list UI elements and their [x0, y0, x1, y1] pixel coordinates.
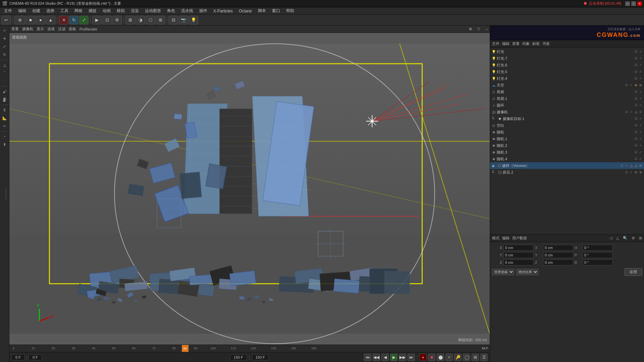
attr-icon-3[interactable]: 🔍: [623, 236, 628, 240]
light-button[interactable]: 💡: [189, 16, 198, 24]
play-forward-button[interactable]: ▶▶: [399, 354, 406, 361]
timeline-settings-button[interactable]: ☰: [480, 354, 488, 361]
render-button[interactable]: ▶: [92, 16, 102, 24]
key-add-button[interactable]: +: [445, 354, 453, 361]
obj-tb-edit[interactable]: 编辑: [502, 41, 509, 46]
minimize-button[interactable]: —: [625, 1, 630, 6]
h-field[interactable]: [583, 245, 613, 251]
scale-dropdown[interactable]: 绝对比率 相对比率: [516, 269, 538, 275]
menu-item-create[interactable]: 创建: [30, 7, 43, 14]
obj-tb-view[interactable]: 查看: [512, 41, 520, 46]
world-dropdown[interactable]: 世界坐标 对象坐标: [492, 269, 514, 275]
auto-key-button[interactable]: ⬤: [437, 354, 444, 361]
menu-item-render[interactable]: 渲染: [128, 7, 142, 14]
obj-row-camera-target[interactable]: └ ✚ 摄像机目标.1 ☑ ✓: [490, 115, 644, 122]
menu-item-edit[interactable]: 编辑: [15, 7, 29, 14]
record-button[interactable]: ●: [419, 354, 427, 361]
obj-row-random4[interactable]: ≋ 随机.4 ☑ ✓: [490, 156, 644, 162]
menu-item-plugins[interactable]: 插件: [197, 7, 210, 14]
apply-button[interactable]: 应用: [625, 268, 642, 276]
menu-item-character[interactable]: 角色: [164, 7, 178, 14]
close-button[interactable]: ✕: [637, 1, 642, 6]
obj-row-light7[interactable]: 💡 灯光.7 ☑ ✓: [490, 55, 644, 62]
obj-row-random3[interactable]: ≋ 随机.3 ☑ ✓: [490, 149, 644, 156]
obj-row-random1[interactable]: ≋ 随机.1 ☑ ✓: [490, 135, 644, 142]
key-sel-button[interactable]: ◯: [463, 354, 470, 361]
rotate-button[interactable]: ↻: [69, 16, 78, 24]
edge-tool[interactable]: ⌒: [1, 69, 8, 77]
obj-row-null[interactable]: ◇ 空白 ☑ ✓: [490, 122, 644, 129]
obj-tb-file[interactable]: 文件: [492, 41, 499, 46]
layout-button[interactable]: ⊟: [169, 16, 178, 24]
go-start-button[interactable]: ⏮: [364, 354, 371, 361]
render-region-button[interactable]: ⊡: [102, 16, 112, 24]
play-button[interactable]: ▶: [390, 354, 397, 361]
menu-item-help[interactable]: 帮助: [283, 7, 297, 14]
menu-item-animate[interactable]: 动画: [100, 7, 113, 14]
y-pos-field[interactable]: [503, 252, 534, 258]
wireframe-button[interactable]: ⬡: [146, 16, 155, 24]
go-end-button[interactable]: ⏭: [408, 354, 415, 361]
obj-row-camera[interactable]: 🎥 摄像机 ☑ ✓ △ ⊙: [490, 109, 644, 115]
prev-frame-button[interactable]: ◀◀: [373, 354, 380, 361]
attr-tb-userdata[interactable]: 用户数据: [512, 236, 527, 241]
obj-tb-object[interactable]: 对象: [522, 41, 530, 46]
start-frame-field[interactable]: [11, 354, 25, 360]
new-object-button[interactable]: ⊕: [14, 16, 25, 24]
menu-item-octane[interactable]: Octane: [236, 8, 255, 14]
obj-row-extrude[interactable]: └ ⬛ 挤压.2 ☑ ✓ ⊞ ⊕: [490, 169, 644, 176]
vp-display[interactable]: 显示: [37, 26, 44, 32]
attr-icon-2[interactable]: △: [616, 236, 619, 240]
paint-tool[interactable]: 🖌: [1, 88, 8, 95]
sphere-button[interactable]: ●: [36, 16, 45, 24]
obj-row-random2[interactable]: ≋ 随机.2 ☑ ✓: [490, 142, 644, 149]
end-frame-field[interactable]: [230, 354, 247, 360]
attr-icon-1[interactable]: ◁: [609, 236, 612, 240]
menu-item-simulate[interactable]: 模拟: [114, 7, 127, 14]
play-reverse-button[interactable]: ◀: [381, 354, 389, 361]
obj-row-light4[interactable]: 💡 灯光.4 ☑ ✓: [490, 75, 644, 82]
z-pos-field[interactable]: [503, 259, 534, 265]
menu-item-tools[interactable]: 工具: [58, 7, 71, 14]
attr-icon-5[interactable]: ⊞: [639, 236, 642, 240]
total-frame-field[interactable]: [252, 354, 269, 360]
spline-tool[interactable]: ~: [1, 133, 8, 140]
menu-item-mesh[interactable]: 网格: [72, 7, 85, 14]
scale-button[interactable]: ⤢: [79, 16, 89, 24]
obj-row-light5[interactable]: 💡 灯光.5 ☑ ✓: [490, 68, 644, 75]
x-pos-field[interactable]: [503, 245, 534, 251]
extrude-tool[interactable]: ⬆: [1, 141, 8, 148]
menu-item-select[interactable]: 选择: [44, 7, 57, 14]
obj-row-light6[interactable]: 💡 灯光.6 ☑ ✓: [490, 62, 644, 68]
obj-row-sky[interactable]: ☁ 天空 ☑ ✓ ⊕ ⊞: [490, 82, 644, 88]
timeline-ruler[interactable]: 0 10 20 30 40 50 60 70 80 84 90 100 110 …: [9, 345, 490, 352]
menu-item-xparticles[interactable]: X-Particles: [211, 8, 235, 14]
menu-item-snap[interactable]: 捕捉: [86, 7, 99, 14]
playhead[interactable]: 84: [182, 345, 189, 352]
vp-view[interactable]: 查看: [11, 26, 19, 32]
b-field[interactable]: [583, 259, 613, 265]
menu-item-file[interactable]: 文件: [1, 7, 15, 14]
param-button[interactable]: ⊞: [472, 354, 479, 361]
obj-row-light[interactable]: 💡 灯光 ☑ ✓: [490, 48, 644, 55]
snap-tool[interactable]: $: [1, 106, 8, 114]
obj-tb-bookmark[interactable]: 书签: [542, 41, 550, 46]
vp-icon-1[interactable]: ⊞: [469, 27, 472, 31]
attr-tb-mode[interactable]: 模式: [492, 236, 499, 241]
obj-tb-tag[interactable]: 标签: [532, 41, 540, 46]
vp-prorender[interactable]: ProRender: [79, 27, 97, 31]
vp-icon-3[interactable]: ○: [485, 27, 488, 31]
obj-row-simple[interactable]: □ 简易 ☑ ✓: [490, 88, 644, 95]
move-tool[interactable]: ✛: [1, 35, 8, 42]
vp-panel[interactable]: 面板: [69, 26, 76, 32]
view-mode-button[interactable]: ⊞: [125, 16, 135, 24]
z-rot-field[interactable]: [543, 259, 573, 265]
stop-button[interactable]: ■: [428, 354, 435, 361]
maximize-button[interactable]: □: [631, 1, 636, 6]
grid-button[interactable]: ⊞: [156, 16, 165, 24]
knife-tool[interactable]: ✂: [1, 122, 8, 130]
delete-button[interactable]: ✕: [59, 16, 68, 24]
attr-icon-4[interactable]: ⚙: [632, 236, 635, 240]
vp-options[interactable]: 选项: [47, 26, 55, 32]
obj-row-random[interactable]: ≋ 随机 ☑ ✓: [490, 129, 644, 135]
